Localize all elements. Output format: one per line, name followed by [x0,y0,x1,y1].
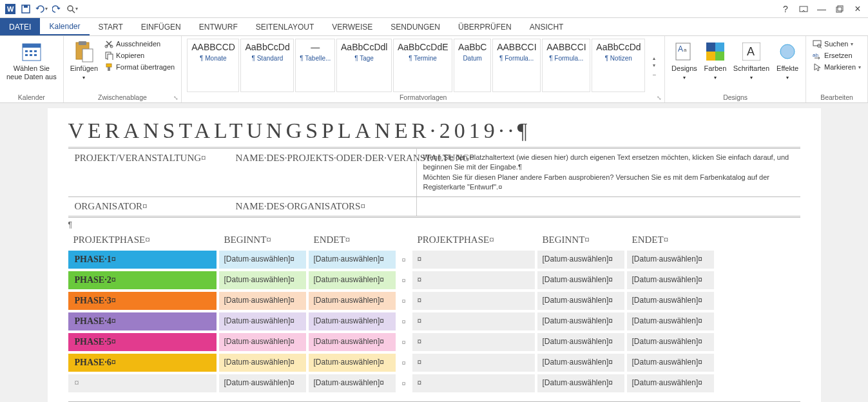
project-label[interactable]: PROJEKT/VERANSTALTUNG¤ [68,149,229,196]
effects-button[interactable]: Effekte▾ [775,39,800,82]
svg-rect-14 [25,54,28,56]
designs-button[interactable]: AaDesigns▾ [670,39,699,82]
colors-icon [704,40,727,63]
phase-end-l-5[interactable]: [Datum·auswählen]¤ [309,354,396,372]
style-item-7[interactable]: AABBCCI¶ Formula... [542,39,590,92]
phase-name-r-4[interactable]: ¤ [412,333,535,351]
style-item-3[interactable]: AaBbCcDdl¶ Tage [336,39,392,92]
phase-name-1[interactable]: PHASE·2¤ [68,271,217,289]
choose-dates-button[interactable]: Wählen Sie neue Daten aus [5,39,58,82]
tab-sendungen[interactable]: SENDUNGEN [381,18,449,35]
phase-begin-r-5[interactable]: [Datum·auswählen]¤ [537,354,624,372]
style-name: ¶ Formula... [497,55,536,62]
phase-end-r-4[interactable]: [Datum·auswählen]¤ [627,333,714,351]
phase-end-l-1[interactable]: [Datum·auswählen]¤ [309,271,396,289]
phase-name-0[interactable]: PHASE·1¤ [68,251,217,269]
phase-name-2[interactable]: PHASE·3¤ [68,292,217,310]
phase-end-r-5[interactable]: [Datum·auswählen]¤ [627,354,714,372]
page-title[interactable]: VERANSTALTUNGSPLANER·2019··¶ [68,119,800,143]
phase-end-l-3[interactable]: [Datum·auswählen]¤ [309,312,396,330]
phase-end-r-2[interactable]: [Datum·auswählen]¤ [627,292,714,310]
phase-name-r-2[interactable]: ¤ [412,292,535,310]
phase-begin-l-1[interactable]: [Datum·auswählen]¤ [219,271,306,289]
phase-name-r-5[interactable]: ¤ [412,354,535,372]
description-text[interactable]: Wenn Sie den Platzhaltertext (wie diesen… [416,149,800,196]
phase-end-l-2[interactable]: [Datum·auswählen]¤ [309,292,396,310]
style-item-2[interactable]: —¶ Tabelle... [295,39,335,92]
fonts-button[interactable]: ASchriftarten▾ [732,39,771,82]
style-item-0[interactable]: AABBCCD¶ Monate [187,39,239,92]
organizer-value[interactable]: NAME·DES·ORGANISATORS¤ [229,197,416,216]
ribbon-group-clipboard: Einfügen▾ Ausschneiden Kopieren Format ü… [64,36,182,102]
style-item-5[interactable]: AaBbCDatum [454,39,491,92]
format-painter-button[interactable]: Format übertragen [103,62,176,72]
phase-end-l-4[interactable]: [Datum·auswählen]¤ [309,333,396,351]
tab-ueberpruefen[interactable]: ÜBERPRÜFEN [449,18,521,35]
expand-icon[interactable]: ⤡ [657,95,662,101]
copy-button[interactable]: Kopieren [103,50,176,61]
preview-icon[interactable]: ▾ [64,1,80,17]
phase-name-4[interactable]: PHASE·5¤ [68,333,217,351]
phase-name-r-0[interactable]: ¤ [412,251,535,269]
phase-begin-r-2[interactable]: [Datum·auswählen]¤ [537,292,624,310]
style-item-1[interactable]: AaBbCcDd¶ Standard [240,39,294,92]
tab-seitenlayout[interactable]: SEITENLAYOUT [247,18,323,35]
word-icon[interactable]: W [3,1,18,17]
phase-begin-r-1[interactable]: [Datum·auswählen]¤ [537,271,624,289]
phase-begin-l-5[interactable]: [Datum·auswählen]¤ [219,354,306,372]
phase-begin-l-2[interactable]: [Datum·auswählen]¤ [219,292,306,310]
style-item-4[interactable]: AaBbCcDdE¶ Termine [393,39,452,92]
phase-name-6[interactable]: ¤ [68,374,217,392]
phase-name-r-3[interactable]: ¤ [412,312,535,330]
phase-name-r-6[interactable]: ¤ [412,374,535,392]
phase-name-5[interactable]: PHASE·6¤ [68,354,217,372]
document-area[interactable]: VERANSTALTUNGSPLANER·2019··¶ PROJEKT/VER… [0,103,868,402]
cut-button[interactable]: Ausschneiden [103,39,176,49]
project-value[interactable]: NAME·DES·PROJEKTS·ODER·DER·VERANSTALTUNG… [229,149,416,196]
phase-begin-r-0[interactable]: [Datum·auswählen]¤ [537,251,624,269]
phase-begin-r-4[interactable]: [Datum·auswählen]¤ [537,333,624,351]
tab-start[interactable]: START [90,18,132,35]
restore-icon[interactable] [832,1,847,17]
save-icon[interactable] [18,1,34,17]
phase-end-r-1[interactable]: [Datum·auswählen]¤ [627,271,714,289]
style-item-8[interactable]: AaBbCcDd¶ Notizen [592,39,645,92]
undo-icon[interactable]: ▾ [34,1,49,17]
tab-einfuegen[interactable]: EINFÜGEN [132,18,190,35]
tab-entwurf[interactable]: ENTWURF [190,18,247,35]
phase-begin-l-3[interactable]: [Datum·auswählen]¤ [219,312,306,330]
style-gallery-expand[interactable]: ▴▾⎯ [649,39,659,92]
phase-end-r-3[interactable]: [Datum·auswählen]¤ [627,312,714,330]
style-item-6[interactable]: AABBCCI¶ Formula... [492,39,541,92]
phase-end-l-6[interactable]: [Datum·auswählen]¤ [309,374,396,392]
find-button[interactable]: Suchen ▾ [811,39,862,49]
phase-begin-l-0[interactable]: [Datum·auswählen]¤ [219,251,306,269]
colors-button[interactable]: Farben▾ [702,39,728,82]
phase-end-r-6[interactable]: [Datum·auswählen]¤ [627,374,714,392]
redo-icon[interactable] [49,1,64,17]
phase-begin-r-3[interactable]: [Datum·auswählen]¤ [537,312,624,330]
tab-file[interactable]: DATEI [0,18,40,35]
close-icon[interactable]: × [850,1,865,17]
phase-begin-r-6[interactable]: [Datum·auswählen]¤ [537,374,624,392]
tab-kalender[interactable]: Kalender [40,18,89,35]
style-preview: — [300,42,331,52]
tab-ansicht[interactable]: ANSICHT [521,18,573,35]
paste-button[interactable]: Einfügen▾ [69,39,99,82]
replace-button[interactable]: abErsetzen [811,50,862,61]
phase-begin-l-6[interactable]: [Datum·auswählen]¤ [219,374,306,392]
expand-icon[interactable]: ⤡ [173,95,178,101]
minimize-icon[interactable]: — [814,1,829,17]
ribbon-options-icon[interactable] [796,1,811,17]
help-icon[interactable]: ? [778,1,793,17]
phase-name-3[interactable]: PHASE·4¤ [68,312,217,330]
select-button[interactable]: Markieren ▾ [811,62,862,72]
tab-verweise[interactable]: VERWEISE [323,18,381,35]
phase-end-r-0[interactable]: [Datum·auswählen]¤ [627,251,714,269]
phase-name-r-1[interactable]: ¤ [412,271,535,289]
ribbon-group-kalender: Wählen Sie neue Daten aus Kalender [0,36,64,102]
phase-end-l-0[interactable]: [Datum·auswählen]¤ [309,251,396,269]
phase-begin-l-4[interactable]: [Datum·auswählen]¤ [219,333,306,351]
titlebar: W ▾ ▾ ? — × [0,0,868,18]
organizer-label[interactable]: ORGANISATOR¤ [68,197,229,216]
